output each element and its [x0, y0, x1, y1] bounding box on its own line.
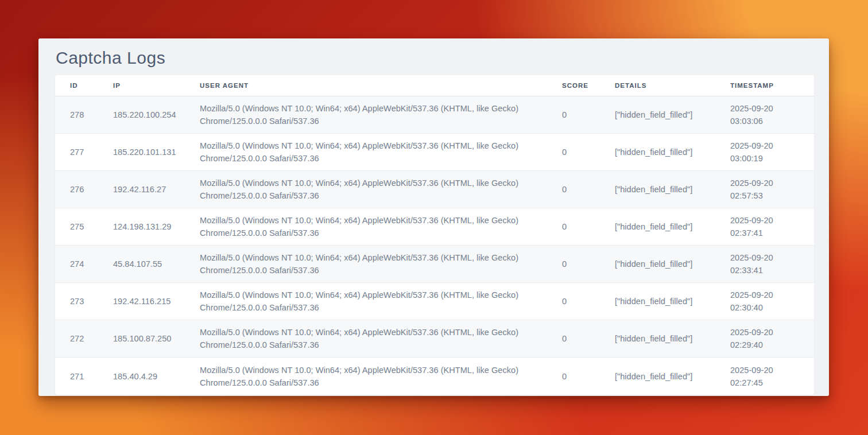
table-row: 272 185.100.87.250 Mozilla/5.0 (Windows …	[55, 320, 814, 358]
cell-ip: 45.84.107.55	[98, 246, 185, 283]
cell-ip: 124.198.131.29	[98, 208, 185, 246]
column-header-ip: IP	[98, 75, 185, 96]
cell-user-agent: Mozilla/5.0 (Windows NT 10.0; Win64; x64…	[185, 208, 547, 246]
cell-score: 0	[547, 171, 600, 208]
cell-timestamp: 2025-09-20 03:03:06	[715, 96, 814, 134]
cell-details: ["hidden_field_filled"]	[600, 96, 715, 134]
table-header-row: ID IP USER AGENT SCORE DETAILS TIMESTAMP	[55, 75, 814, 96]
cell-details: ["hidden_field_filled"]	[600, 208, 715, 246]
cell-details: ["hidden_field_filled"]	[600, 283, 715, 320]
captcha-logs-card: Captcha Logs ID IP USER AGENT SCORE DETA…	[38, 38, 829, 396]
page-background: { "card": { "title": "Captcha Logs" }, "…	[0, 0, 868, 435]
cell-ip: 185.40.4.29	[98, 358, 185, 395]
table-row: 275 124.198.131.29 Mozilla/5.0 (Windows …	[55, 208, 814, 246]
cell-ip: 192.42.116.27	[98, 171, 185, 208]
table-row: 271 185.40.4.29 Mozilla/5.0 (Windows NT …	[55, 358, 814, 395]
cell-timestamp: 2025-09-20 02:29:40	[715, 320, 814, 358]
cell-id: 273	[55, 283, 98, 320]
cell-ip: 185.220.100.254	[98, 96, 185, 134]
cell-details: ["hidden_field_filled"]	[600, 134, 715, 171]
table-row: 276 192.42.116.27 Mozilla/5.0 (Windows N…	[55, 171, 814, 208]
cell-user-agent: Mozilla/5.0 (Windows NT 10.0; Win64; x64…	[185, 358, 547, 395]
cell-user-agent: Mozilla/5.0 (Windows NT 10.0; Win64; x64…	[185, 320, 547, 358]
cell-score: 0	[547, 134, 600, 171]
cell-timestamp: 2025-09-20 02:57:53	[715, 171, 814, 208]
cell-id: 276	[55, 171, 98, 208]
cell-id: 277	[55, 134, 98, 171]
cell-id: 275	[55, 208, 98, 246]
cell-timestamp: 2025-09-20 02:37:41	[715, 208, 814, 246]
column-header-user-agent: USER AGENT	[185, 75, 547, 96]
page-title: Captcha Logs	[56, 46, 814, 69]
cell-details: ["hidden_field_filled"]	[600, 358, 715, 395]
table-body: 278 185.220.100.254 Mozilla/5.0 (Windows…	[55, 96, 814, 395]
column-header-id: ID	[55, 75, 98, 96]
cell-id: 278	[55, 96, 98, 134]
captcha-logs-table: ID IP USER AGENT SCORE DETAILS TIMESTAMP…	[55, 75, 814, 395]
cell-details: ["hidden_field_filled"]	[600, 320, 715, 358]
cell-user-agent: Mozilla/5.0 (Windows NT 10.0; Win64; x64…	[185, 283, 547, 320]
cell-score: 0	[547, 246, 600, 283]
cell-user-agent: Mozilla/5.0 (Windows NT 10.0; Win64; x64…	[185, 134, 547, 171]
table-row: 278 185.220.100.254 Mozilla/5.0 (Windows…	[55, 96, 814, 134]
cell-user-agent: Mozilla/5.0 (Windows NT 10.0; Win64; x64…	[185, 171, 547, 208]
table-row: 277 185.220.101.131 Mozilla/5.0 (Windows…	[55, 134, 814, 171]
cell-id: 274	[55, 246, 98, 283]
table-row: 274 45.84.107.55 Mozilla/5.0 (Windows NT…	[55, 246, 814, 283]
cell-ip: 185.100.87.250	[98, 320, 185, 358]
cell-timestamp: 2025-09-20 02:30:40	[715, 283, 814, 320]
cell-timestamp: 2025-09-20 03:00:19	[715, 134, 814, 171]
cell-details: ["hidden_field_filled"]	[600, 171, 715, 208]
cell-timestamp: 2025-09-20 02:33:41	[715, 246, 814, 283]
column-header-score: SCORE	[547, 75, 600, 96]
column-header-details: DETAILS	[600, 75, 715, 96]
cell-score: 0	[547, 320, 600, 358]
cell-id: 272	[55, 320, 98, 358]
cell-score: 0	[547, 283, 600, 320]
cell-user-agent: Mozilla/5.0 (Windows NT 10.0; Win64; x64…	[185, 246, 547, 283]
cell-details: ["hidden_field_filled"]	[600, 246, 715, 283]
cell-score: 0	[547, 96, 600, 134]
cell-ip: 192.42.116.215	[98, 283, 185, 320]
table-row: 273 192.42.116.215 Mozilla/5.0 (Windows …	[55, 283, 814, 320]
cell-score: 0	[547, 208, 600, 246]
cell-timestamp: 2025-09-20 02:27:45	[715, 358, 814, 395]
cell-score: 0	[547, 358, 600, 395]
cell-user-agent: Mozilla/5.0 (Windows NT 10.0; Win64; x64…	[185, 96, 547, 134]
cell-ip: 185.220.101.131	[98, 134, 185, 171]
cell-id: 271	[55, 358, 98, 395]
column-header-timestamp: TIMESTAMP	[715, 75, 814, 96]
